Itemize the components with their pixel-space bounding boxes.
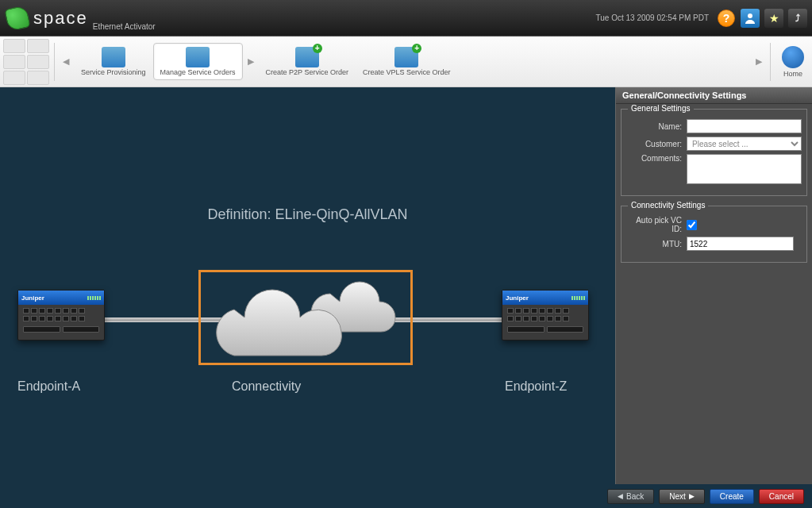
mini-icon[interactable] — [27, 39, 49, 53]
chevron-right-icon: ▶ — [689, 492, 695, 500]
timestamp: Tue Oct 13 2009 02:54 PM PDT — [596, 13, 709, 22]
connectivity-cloud-icon — [213, 270, 403, 365]
comments-textarea[interactable] — [687, 154, 802, 184]
app-logo-icon — [4, 5, 30, 31]
help-button[interactable]: ? — [717, 9, 736, 28]
name-label: Name: — [626, 122, 687, 131]
toolbar-separator — [770, 43, 771, 81]
customer-label: Customer: — [626, 140, 687, 148]
toolbar: ◀ Service Provisioning Manage Service Or… — [0, 37, 812, 87]
mtu-label: MTU: — [626, 240, 687, 248]
endpoint-a-label: Endpoint-A — [17, 379, 80, 394]
connectivity-settings-fieldset: Connectivity Settings Auto pick VC ID: M… — [621, 206, 807, 263]
endpoint-z-label: Endpoint-Z — [505, 379, 567, 394]
toolbar-label: Create P2P Service Order — [266, 69, 348, 77]
toolbar-scroll-right[interactable]: ▶ — [751, 56, 767, 67]
exit-button[interactable]: ⤴ — [788, 9, 807, 28]
general-settings-fieldset: General Settings Name: Customer: Please … — [621, 109, 807, 196]
mini-icon[interactable] — [27, 71, 49, 85]
svg-point-0 — [748, 13, 752, 18]
service-provisioning-icon — [102, 47, 125, 67]
user-button[interactable] — [741, 9, 760, 28]
toolbar-breadcrumb-arrow: ▶ — [243, 56, 259, 67]
next-button[interactable]: Next▶ — [659, 489, 705, 504]
cancel-button[interactable]: Cancel — [759, 489, 804, 504]
service-provisioning-button[interactable]: Service Provisioning — [74, 43, 153, 81]
device-brand: Juniper — [21, 294, 44, 302]
create-vpls-button[interactable]: Create VPLS Service Order — [356, 43, 458, 81]
manage-service-orders-button[interactable]: Manage Service Orders — [153, 43, 243, 81]
mini-icon[interactable] — [27, 55, 49, 69]
toolbar-label: Home — [783, 70, 802, 78]
help-icon: ? — [718, 10, 735, 27]
mini-icon[interactable] — [3, 55, 25, 69]
toolbar-separator — [54, 43, 55, 81]
app-subtitle: Ethernet Activator — [93, 22, 156, 31]
comments-label: Comments: — [626, 154, 687, 163]
manage-service-orders-icon — [186, 47, 210, 67]
settings-panel: General/Connectivity Settings General Se… — [615, 87, 812, 484]
create-p2p-icon — [295, 47, 319, 67]
toolbar-mini-icons — [0, 36, 51, 88]
toolbar-scroll-left[interactable]: ◀ — [58, 56, 74, 67]
endpoint-z-device[interactable]: Juniper — [502, 290, 589, 341]
endpoint-a-device[interactable]: Juniper — [17, 290, 105, 341]
connectivity-settings-legend: Connectivity Settings — [628, 201, 708, 210]
toolbar-label: Service Provisioning — [81, 69, 146, 77]
create-vpls-icon — [394, 47, 418, 67]
topology-canvas[interactable]: Definition: ELine-QinQ-AllVLAN Juniper E… — [0, 87, 615, 484]
home-icon — [782, 46, 804, 68]
user-icon — [744, 12, 756, 25]
settings-panel-title: General/Connectivity Settings — [616, 87, 812, 104]
home-button[interactable]: Home — [774, 43, 812, 81]
create-button[interactable]: Create — [710, 489, 754, 504]
customer-select[interactable]: Please select ... — [687, 137, 802, 151]
app-title: space — [33, 8, 88, 29]
back-button[interactable]: ◀Back — [607, 489, 654, 504]
mini-icon[interactable] — [3, 39, 25, 53]
name-input[interactable] — [687, 119, 802, 133]
settings-button[interactable]: ★ — [764, 9, 783, 28]
toolbar-label: Manage Service Orders — [160, 69, 236, 77]
autopick-checkbox[interactable] — [687, 220, 697, 230]
device-brand: Juniper — [506, 294, 529, 302]
create-p2p-button[interactable]: Create P2P Service Order — [259, 43, 356, 81]
connectivity-label: Connectivity — [232, 379, 301, 394]
app-header: space Ethernet Activator Tue Oct 13 2009… — [0, 0, 812, 37]
general-settings-legend: General Settings — [628, 104, 694, 113]
chevron-left-icon: ◀ — [618, 492, 623, 500]
mtu-input[interactable] — [687, 237, 794, 251]
mini-icon[interactable] — [3, 71, 25, 85]
wizard-button-bar: ◀Back Next▶ Create Cancel — [0, 484, 812, 508]
definition-label: Definition: ELine-QinQ-AllVLAN — [207, 206, 407, 223]
toolbar-label: Create VPLS Service Order — [363, 69, 451, 77]
autopick-label: Auto pick VC ID: — [626, 216, 687, 233]
